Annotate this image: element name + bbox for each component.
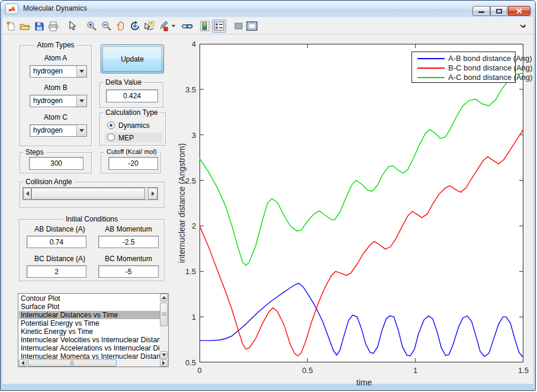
scroll-right-button[interactable] [160, 359, 168, 367]
figure-canvas: Atom Types Atom A hydrogen Atom B hydrog… [2, 34, 533, 384]
close-icon [509, 7, 530, 15]
link-plot-icon[interactable] [181, 20, 193, 32]
ab-distance-label: AB Distance (A) [24, 225, 95, 233]
atom-a-value: hydrogen [33, 67, 63, 75]
legend-line-sample [417, 58, 445, 59]
series-line [200, 73, 523, 265]
plot-legend[interactable]: A-B bond distance (Ang) B-C bond distanc… [411, 52, 516, 83]
horizontal-scroll-thumb[interactable] [28, 359, 117, 367]
slider-left-arrow[interactable] [23, 188, 31, 200]
vertical-scroll-thumb[interactable] [160, 303, 168, 326]
x-tick-label: 1.5 [518, 366, 529, 375]
panel-title: Initial Conditions [63, 215, 120, 223]
list-item[interactable]: Surface Plot [19, 303, 160, 311]
title-bar[interactable]: Molecular Dynamics [1, 1, 535, 17]
collision-angle-slider[interactable] [22, 187, 158, 200]
panel-title: Cutoff (Kcal/ mol) [104, 148, 159, 155]
ab-momentum-label: AB Momentum [94, 225, 163, 233]
close-button[interactable] [508, 6, 530, 16]
chevron-down-icon[interactable] [76, 125, 86, 136]
scroll-up-button[interactable] [160, 294, 168, 301]
data-cursor-icon[interactable] [143, 20, 155, 32]
atom-c-value: hydrogen [33, 126, 63, 134]
pointer-icon[interactable] [66, 20, 78, 32]
chevron-down-icon[interactable] [76, 66, 86, 77]
panel-title: Delta Value [103, 78, 144, 86]
atom-b-label: Atom B [20, 83, 91, 92]
panel-title: Calculation Type [103, 108, 160, 117]
open-folder-icon[interactable] [19, 20, 31, 32]
brush-icon[interactable] [157, 20, 169, 32]
mep-radio-label: MEP [118, 134, 134, 142]
dynamics-radio[interactable] [107, 121, 115, 129]
brush-dropdown-arrow-icon[interactable] [170, 20, 177, 32]
rotate-3d-icon[interactable] [129, 20, 141, 32]
legend-label: B-C bond distance (Ang) [448, 63, 532, 72]
legend-entry: B-C bond distance (Ang) [412, 63, 532, 72]
legend-label: A-C bond distance (Ang) [448, 73, 532, 82]
slider-thumb[interactable] [31, 188, 145, 200]
plot-canvas [200, 44, 523, 362]
list-item[interactable]: Contour Plot [19, 294, 160, 303]
matlab-logo-icon [5, 4, 18, 14]
hide-plot-tools-icon[interactable] [233, 20, 245, 32]
legend-entry: A-B bond distance (Ang) [412, 54, 532, 63]
legend-entry: A-C bond distance (Ang) [412, 73, 532, 82]
minimize-icon [478, 11, 484, 13]
insert-colorbar-icon[interactable] [199, 20, 211, 32]
dynamics-radio-label: Dynamics [118, 121, 150, 130]
overflow-arrow-icon[interactable] [519, 20, 527, 32]
chevron-down-icon[interactable] [76, 95, 86, 107]
list-item[interactable]: Potential Energy vs Time [19, 319, 160, 327]
x-tick-label: 0 [197, 366, 201, 375]
mep-radio[interactable] [107, 133, 115, 141]
list-item[interactable]: Kinetic Energy vs Time [19, 327, 160, 336]
list-item[interactable]: Internuclear Accelerations vs Internucle… [19, 344, 160, 352]
pan-hand-icon[interactable] [115, 20, 127, 32]
legend-line-sample [417, 77, 445, 78]
zoom-out-icon[interactable] [101, 20, 112, 32]
toolbar [2, 17, 533, 34]
delta-value-field[interactable]: 0.424 [106, 89, 158, 102]
show-plot-tools-icon[interactable] [246, 20, 258, 32]
horizontal-scrollbar[interactable] [18, 359, 168, 367]
zoom-in-icon[interactable] [86, 20, 98, 32]
ab-distance-field[interactable]: 0.74 [27, 236, 86, 248]
toolbar-separator [62, 20, 63, 31]
bc-momentum-field[interactable]: -5 [98, 265, 159, 278]
steps-panel: Steps 300 [20, 152, 92, 173]
atom-b-dropdown[interactable]: hydrogen [30, 95, 87, 107]
atom-a-dropdown[interactable]: hydrogen [30, 65, 87, 78]
atom-a-label: Atom A [20, 54, 91, 62]
scroll-left-button[interactable] [19, 359, 27, 367]
list-item[interactable]: Internuclear Velocities vs Internuclear … [19, 336, 160, 344]
bc-distance-field[interactable]: 2 [27, 265, 86, 278]
atom-c-dropdown[interactable]: hydrogen [30, 124, 87, 137]
slider-right-arrow[interactable] [148, 188, 157, 200]
save-icon[interactable] [33, 20, 45, 32]
bc-momentum-label: BC Momentum [94, 255, 163, 263]
panel-title: Steps [23, 148, 46, 156]
minimize-button[interactable] [472, 6, 490, 16]
ab-momentum-field[interactable]: -2.5 [98, 236, 159, 248]
cutoff-field[interactable]: -20 [108, 157, 158, 170]
initial-conditions-panel: Initial Conditions AB Distance (A) AB Mo… [19, 219, 165, 281]
maximize-button[interactable] [490, 6, 507, 16]
window-title: Molecular Dynamics [23, 4, 87, 12]
steps-field[interactable]: 300 [29, 157, 83, 170]
insert-legend-icon[interactable] [212, 20, 226, 33]
new-document-icon[interactable] [5, 20, 17, 32]
collision-angle-panel: Collision Angle [20, 182, 165, 208]
vertical-scrollbar[interactable] [160, 294, 168, 359]
atom-types-panel: Atom Types Atom A hydrogen Atom B hydrog… [20, 45, 92, 146]
update-button[interactable]: Update [101, 44, 164, 73]
print-icon[interactable] [47, 20, 59, 32]
x-axis-label: time [320, 378, 409, 387]
axes-box [200, 44, 523, 362]
scroll-down-button[interactable] [160, 351, 168, 359]
plot-type-listbox[interactable]: Contour Plot Surface Plot Internuclear D… [18, 293, 169, 367]
toolbar-separator [196, 20, 197, 31]
list-item-selected[interactable]: Internuclear Distances vs Time [19, 311, 160, 319]
delta-value-panel: Delta Value 0.424 [99, 82, 163, 108]
plot-axes[interactable] [200, 44, 523, 362]
